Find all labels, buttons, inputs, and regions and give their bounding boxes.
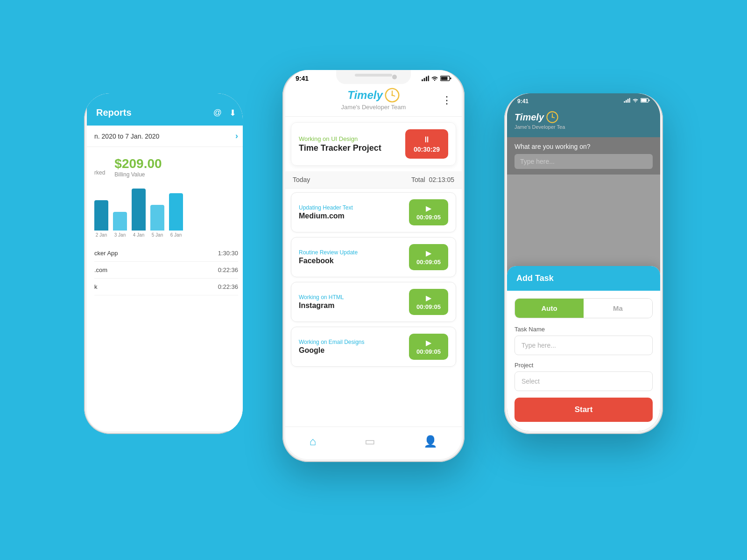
svg-point-10 bbox=[391, 94, 393, 96]
what-working-section: What are you working on? Type here... bbox=[507, 137, 660, 175]
right-phone-screen: 9:41 bbox=[507, 93, 660, 431]
time-row-1: cker App 1:30:30 bbox=[94, 245, 238, 262]
bar-1 bbox=[94, 200, 108, 231]
download-icon[interactable]: ⬇ bbox=[229, 108, 236, 118]
bar-group-4: 5 Jan bbox=[150, 205, 164, 238]
add-task-panel: Add Task Auto Ma Task Name Type here... … bbox=[507, 266, 660, 431]
svg-rect-3 bbox=[428, 76, 430, 81]
reports-title: Reports bbox=[96, 107, 132, 118]
right-clock-icon bbox=[546, 111, 558, 123]
play-icon-3: ▶ bbox=[416, 294, 441, 302]
play-icon-4: ▶ bbox=[416, 338, 441, 347]
start-task-3-button[interactable]: ▶ 00:09:05 bbox=[409, 289, 448, 315]
nav-history-icon[interactable]: ▭ bbox=[365, 435, 375, 448]
auto-toggle-button[interactable]: Auto bbox=[515, 299, 584, 318]
right-app-name: Timely bbox=[514, 112, 544, 123]
date-range: n. 2020 to 7 Jan. 2020 bbox=[94, 133, 159, 140]
bar-5 bbox=[169, 193, 183, 231]
task-name-1: Medium.com bbox=[299, 212, 353, 220]
working-on-input[interactable]: Type here... bbox=[514, 154, 653, 169]
right-status-time: 9:41 bbox=[517, 98, 529, 105]
item-name-2: .com bbox=[94, 266, 107, 273]
gray-spacer bbox=[507, 175, 660, 203]
bar-3 bbox=[132, 189, 146, 231]
bar-chart: 2 Jan 3 Jan 4 Jan 5 Jan bbox=[87, 185, 243, 241]
project-group: Project Select bbox=[514, 362, 653, 391]
item-name-1: cker App bbox=[94, 250, 118, 257]
item-name-3: k bbox=[94, 283, 98, 290]
svg-rect-1 bbox=[424, 78, 425, 81]
center-team-name: Jame's Developer Team bbox=[293, 104, 454, 111]
right-signal-icon bbox=[624, 98, 630, 103]
nav-profile-icon[interactable]: 👤 bbox=[423, 435, 437, 448]
right-battery-icon bbox=[641, 98, 650, 103]
nav-home-icon[interactable]: ⌂ bbox=[310, 435, 317, 448]
bar-4 bbox=[150, 205, 164, 231]
center-phone: 9:41 bbox=[282, 70, 465, 462]
start-task-1-button[interactable]: ▶ 00:09:05 bbox=[409, 199, 448, 225]
center-status-time: 9:41 bbox=[296, 75, 309, 82]
timely-clock-icon bbox=[385, 88, 400, 103]
task-name-2: Facebook bbox=[299, 257, 358, 265]
left-phone-screen: Reports @ ⬇ n. 2020 to 7 Jan. 2020 › rke… bbox=[87, 93, 243, 431]
task-list: Updating Header Text Medium.com ▶ 00:09:… bbox=[285, 189, 462, 375]
start-button[interactable]: Start bbox=[514, 398, 653, 422]
task-time-3: 00:09:05 bbox=[416, 303, 441, 310]
bar-group: 2 Jan bbox=[94, 200, 108, 238]
today-bar: Today Total 02:13:05 bbox=[285, 171, 462, 189]
task-tag-2: Routine Review Update bbox=[299, 249, 358, 256]
add-task-header: Add Task bbox=[507, 266, 660, 291]
task-time-2: 00:09:05 bbox=[416, 259, 441, 266]
bar-group-5: 6 Jan bbox=[169, 193, 183, 238]
right-screen: 9:41 bbox=[507, 93, 660, 431]
timely-logo: Timely bbox=[293, 88, 454, 103]
play-icon-1: ▶ bbox=[416, 204, 441, 213]
bar-label-1: 2 Jan bbox=[96, 232, 107, 238]
pause-icon: ⏸ bbox=[414, 135, 440, 145]
active-timer-time: 00:30:29 bbox=[414, 146, 440, 153]
svg-rect-0 bbox=[422, 79, 423, 81]
right-status-bar: 9:41 bbox=[507, 93, 660, 105]
total-time: Total 02:13:05 bbox=[411, 176, 454, 183]
task-item-4: Working on Email Designs Google ▶ 00:09:… bbox=[291, 327, 456, 367]
right-timely-logo: Timely bbox=[514, 111, 653, 123]
item-time-3: 0:22:36 bbox=[218, 283, 238, 290]
start-task-4-button[interactable]: ▶ 00:09:05 bbox=[409, 334, 448, 360]
more-menu-button[interactable]: ⋮ bbox=[442, 94, 452, 106]
today-label: Today bbox=[293, 176, 310, 183]
manual-toggle-button[interactable]: Ma bbox=[584, 299, 652, 318]
billing-column: $209.00 Billing Value bbox=[114, 156, 162, 178]
billing-amount: $209.00 bbox=[114, 156, 162, 171]
project-label: Project bbox=[514, 362, 653, 369]
bar-label-5: 6 Jan bbox=[170, 232, 182, 238]
time-row-2: .com 0:22:36 bbox=[94, 262, 238, 279]
start-task-2-button[interactable]: ▶ 00:09:05 bbox=[409, 244, 448, 270]
right-wifi-icon bbox=[633, 98, 638, 103]
wifi-icon bbox=[431, 76, 438, 81]
svg-rect-14 bbox=[629, 98, 630, 103]
active-timer-card: Working on UI Design Time Tracker Projec… bbox=[291, 122, 456, 166]
auto-manual-toggle: Auto Ma bbox=[514, 298, 653, 318]
task-name-input[interactable]: Type here... bbox=[514, 336, 653, 355]
task-tag-3: Working on HTML bbox=[299, 294, 344, 301]
center-notch bbox=[336, 70, 411, 84]
billing-section: rked $209.00 Billing Value bbox=[87, 147, 243, 185]
bar-label-4: 5 Jan bbox=[152, 232, 163, 238]
left-phone: Reports @ ⬇ n. 2020 to 7 Jan. 2020 › rke… bbox=[84, 93, 243, 434]
bar-label-3: 4 Jan bbox=[133, 232, 144, 238]
battery-icon bbox=[440, 76, 451, 81]
svg-rect-5 bbox=[441, 77, 448, 80]
active-task-title: Time Tracker Project bbox=[299, 143, 381, 153]
header-icons: @ ⬇ bbox=[213, 108, 236, 118]
at-icon[interactable]: @ bbox=[213, 108, 222, 118]
date-forward-arrow[interactable]: › bbox=[235, 131, 238, 141]
time-list: cker App 1:30:30 .com 0:22:36 k 0:22:36 bbox=[87, 241, 243, 299]
pause-timer-button[interactable]: ⏸ 00:30:29 bbox=[405, 129, 448, 159]
task-name-label: Task Name bbox=[514, 326, 653, 333]
bottom-nav: ⌂ ▭ 👤 bbox=[285, 427, 462, 459]
bar-2 bbox=[113, 212, 127, 231]
project-select-input[interactable]: Select bbox=[514, 371, 653, 391]
phones-container: Reports @ ⬇ n. 2020 to 7 Jan. 2020 › rke… bbox=[70, 47, 677, 513]
svg-rect-17 bbox=[649, 99, 650, 101]
add-task-title: Add Task bbox=[516, 273, 651, 283]
